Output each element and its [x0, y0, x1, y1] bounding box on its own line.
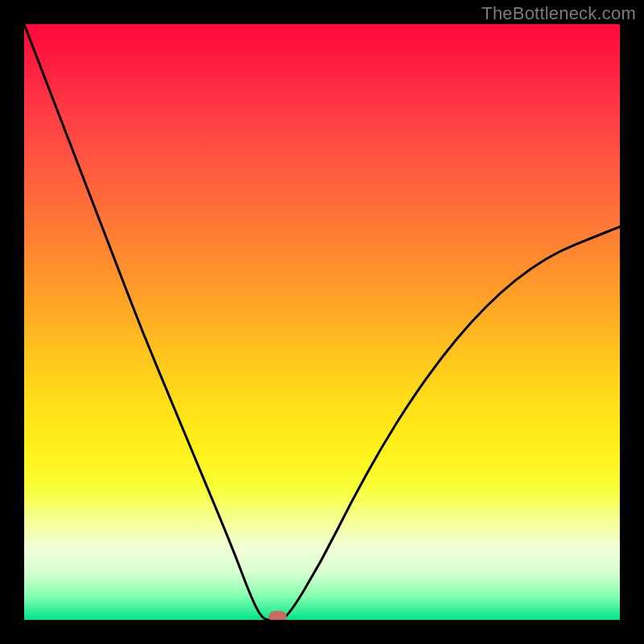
- chart-frame: TheBottleneck.com: [0, 0, 644, 644]
- optimal-point-marker: [269, 611, 287, 620]
- plot-area: [24, 24, 620, 620]
- watermark-text: TheBottleneck.com: [481, 3, 636, 24]
- bottleneck-curve: [24, 24, 620, 620]
